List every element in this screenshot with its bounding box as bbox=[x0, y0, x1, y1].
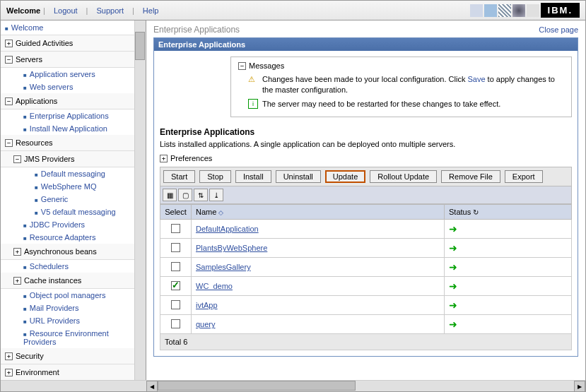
expand-icon[interactable]: + bbox=[5, 352, 13, 360]
close-page-link[interactable]: Close page bbox=[539, 25, 578, 34]
sidebar-pool[interactable]: Object pool managers bbox=[30, 291, 106, 299]
sidebar-welcome[interactable]: Welcome bbox=[11, 23, 44, 32]
save-link[interactable]: Save bbox=[467, 75, 485, 83]
sidebar-adapters[interactable]: Resource Adapters bbox=[30, 233, 96, 242]
sidebar-jms-mq[interactable]: WebSphere MQ bbox=[41, 182, 97, 191]
scroll-left-icon[interactable]: ◀ bbox=[146, 381, 158, 392]
preferences-label: Preferences bbox=[170, 154, 212, 162]
collapse-icon[interactable]: − bbox=[13, 155, 21, 163]
remove-file-button[interactable]: Remove File bbox=[441, 170, 500, 183]
deco-icon bbox=[498, 4, 511, 17]
collapse-icon[interactable]: − bbox=[5, 56, 13, 64]
rollout-button[interactable]: Rollout Update bbox=[370, 170, 437, 183]
app-name-link[interactable]: query bbox=[196, 320, 216, 328]
scroll-right-icon[interactable]: ▶ bbox=[574, 381, 585, 392]
expand-icon[interactable]: + bbox=[160, 155, 168, 162]
table-row: PlantsByWebSphere ➜ bbox=[160, 239, 572, 258]
main-panel: Enterprise Applications − Messages ⚠ Cha… bbox=[153, 37, 578, 357]
messages-box: − Messages ⚠ Changes have been made to y… bbox=[230, 57, 572, 117]
horizontal-scrollbar[interactable]: ◀ ▶ bbox=[1, 380, 585, 391]
breadcrumb: Enterprise Applications bbox=[153, 25, 240, 35]
row-checkbox[interactable] bbox=[171, 300, 180, 309]
select-header: Select bbox=[160, 205, 192, 220]
update-button[interactable]: Update bbox=[325, 170, 365, 183]
sort-icon[interactable]: ◇ bbox=[218, 209, 223, 216]
deco-icon bbox=[512, 4, 525, 17]
warning-icon: ⚠ bbox=[248, 74, 258, 84]
ibm-logo: IBM. bbox=[541, 3, 580, 18]
sidebar-app-servers[interactable]: Application servers bbox=[30, 70, 95, 78]
applications-table: Select Name ◇ Status ↻ DefaultApplicatio… bbox=[160, 204, 572, 350]
row-checkbox[interactable] bbox=[171, 243, 180, 252]
action-buttons: Start Stop Install Uninstall Update Roll… bbox=[160, 167, 572, 186]
sidebar-jms[interactable]: −JMS Providers bbox=[1, 151, 134, 167]
collapse-icon[interactable]: − bbox=[5, 139, 13, 147]
sidebar-async[interactable]: +Asynchronous beans bbox=[1, 244, 134, 260]
sidebar-cache[interactable]: +Cache instances bbox=[1, 273, 134, 289]
table-row: DefaultApplication ➜ bbox=[160, 220, 572, 239]
sidebar-url[interactable]: URL Providers bbox=[30, 316, 80, 325]
info-icon: i bbox=[248, 99, 258, 109]
help-link[interactable]: Help bbox=[137, 6, 165, 15]
sidebar-security[interactable]: +Security bbox=[1, 348, 134, 364]
export-button[interactable]: Export bbox=[505, 170, 543, 183]
expand-icon[interactable]: + bbox=[5, 40, 13, 47]
running-icon: ➜ bbox=[449, 299, 457, 311]
sidebar-schedulers[interactable]: Schedulers bbox=[30, 262, 69, 271]
start-button[interactable]: Start bbox=[163, 170, 195, 183]
sidebar-enterprise-apps[interactable]: Enterprise Applications bbox=[30, 112, 109, 120]
sidebar-jms-default[interactable]: Default messaging bbox=[41, 170, 105, 178]
content-area: Enterprise Applications Close page Enter… bbox=[146, 20, 585, 380]
running-icon: ➜ bbox=[449, 261, 457, 273]
sidebar-install-app[interactable]: Install New Application bbox=[30, 124, 107, 133]
support-link[interactable]: Support bbox=[90, 6, 129, 15]
app-name-link[interactable]: PlantsByWebSphere bbox=[196, 244, 267, 252]
sidebar-applications[interactable]: −Applications bbox=[1, 93, 134, 109]
section-description: Lists installed applications. A single a… bbox=[160, 140, 572, 148]
clear-filter-icon[interactable]: ⤓ bbox=[209, 189, 223, 201]
install-button[interactable]: Install bbox=[235, 170, 271, 183]
sidebar-servers[interactable]: −Servers bbox=[1, 52, 134, 68]
total-row: Total 6 bbox=[160, 334, 572, 350]
running-icon: ➜ bbox=[449, 280, 457, 292]
deco-icon bbox=[484, 4, 497, 17]
uninstall-button[interactable]: Uninstall bbox=[276, 170, 321, 183]
sidebar-jdbc[interactable]: JDBC Providers bbox=[30, 220, 85, 229]
table-row: SamplesGallery ➜ bbox=[160, 258, 572, 277]
row-checkbox[interactable] bbox=[171, 319, 180, 328]
table-row: ivtApp ➜ bbox=[160, 296, 572, 315]
name-header[interactable]: Name ◇ bbox=[192, 205, 445, 220]
sidebar-jms-generic[interactable]: Generic bbox=[41, 195, 69, 203]
deselect-all-icon[interactable]: ▢ bbox=[178, 189, 192, 201]
expand-icon[interactable]: + bbox=[13, 277, 21, 285]
sidebar-guided[interactable]: +Guided Activities bbox=[1, 35, 134, 52]
messages-title: Messages bbox=[249, 61, 284, 70]
filter-icon[interactable]: ⇅ bbox=[194, 189, 208, 201]
app-name-link[interactable]: SamplesGallery bbox=[196, 263, 251, 271]
sidebar-env[interactable]: Resource Environment Providers bbox=[23, 329, 109, 346]
sidebar-web-servers[interactable]: Web servers bbox=[30, 83, 74, 91]
row-checkbox[interactable] bbox=[171, 281, 180, 290]
row-checkbox[interactable] bbox=[171, 262, 180, 271]
section-title: Enterprise Applications bbox=[160, 127, 572, 137]
refresh-icon[interactable]: ↻ bbox=[473, 208, 479, 216]
sidebar-jms-v5[interactable]: V5 default messaging bbox=[41, 208, 116, 216]
expand-icon[interactable]: + bbox=[5, 369, 13, 376]
app-name-link[interactable]: WC_demo bbox=[196, 282, 233, 290]
collapse-icon[interactable]: − bbox=[5, 97, 13, 105]
collapse-icon[interactable]: − bbox=[238, 62, 246, 70]
app-name-link[interactable]: ivtApp bbox=[196, 301, 218, 309]
sidebar-environment[interactable]: +Environment bbox=[1, 364, 134, 380]
expand-icon[interactable]: + bbox=[13, 248, 21, 256]
deco-icon bbox=[470, 4, 483, 17]
row-checkbox[interactable] bbox=[171, 224, 180, 233]
top-navigation: Welcome | Logout | Support | Help IBM. bbox=[1, 1, 585, 20]
app-name-link[interactable]: DefaultApplication bbox=[196, 225, 259, 233]
select-all-icon[interactable]: ▦ bbox=[163, 189, 177, 201]
topnav-links: Welcome | Logout | Support | Help bbox=[6, 6, 164, 15]
sidebar-resources[interactable]: −Resources bbox=[1, 135, 134, 151]
sidebar-mail[interactable]: Mail Providers bbox=[30, 304, 79, 312]
stop-button[interactable]: Stop bbox=[199, 170, 231, 183]
logout-link[interactable]: Logout bbox=[48, 6, 83, 15]
sidebar-scrollbar[interactable] bbox=[134, 20, 146, 380]
